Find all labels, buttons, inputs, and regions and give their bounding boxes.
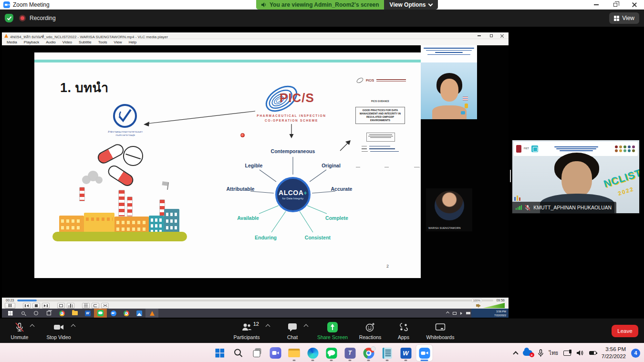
apps-label: Apps (398, 334, 409, 340)
taskbar-time: 3:56 PM (602, 346, 626, 353)
start-icon (4, 309, 17, 318)
chimney (118, 190, 125, 217)
participants-button[interactable]: 12 Participants (228, 322, 266, 340)
apps-button[interactable]: Apps (392, 322, 415, 340)
presentation-slide: 1. บทนำ (34, 52, 421, 278)
encryption-shield-icon[interactable] (5, 14, 13, 22)
reactions-button[interactable]: Reactions (355, 322, 385, 340)
cortana-icon (30, 309, 42, 318)
shuffle-button (101, 303, 109, 309)
close-button[interactable] (625, 0, 644, 10)
seek-progress (17, 300, 37, 301)
whiteboards-button[interactable]: Whiteboards (419, 322, 461, 340)
windows-start-icon (215, 349, 224, 358)
zoom-toolbar: Unmute Stop Video 12 Participants (0, 318, 644, 343)
share-screen-button[interactable]: Share Screen (312, 322, 353, 340)
mic-muted-icon (14, 322, 25, 332)
pics-subtitle: PHARMACEUTICAL INSPECTION CO-OPERATION S… (257, 114, 326, 123)
stop-video-button[interactable]: Stop Video (41, 322, 76, 340)
vlc-maximize-button (490, 32, 493, 39)
alcoa-label-legible: Legible (245, 163, 263, 168)
task-view-button[interactable] (249, 345, 265, 361)
menu-audio: Audio (42, 39, 59, 45)
menu-help: Help (125, 39, 140, 45)
zoom-icon (107, 309, 120, 318)
total-time: 09:56 (496, 299, 505, 302)
speaker-icon[interactable] (576, 350, 584, 356)
speaker-icon (261, 2, 267, 8)
line-icon (94, 309, 107, 318)
chrome-button[interactable] (361, 345, 377, 361)
whiteboard-icon (435, 322, 446, 332)
alcoa-label-enduring: Enduring (255, 235, 277, 240)
edge-button[interactable] (305, 345, 321, 361)
taskbar-clock[interactable]: 3:56 PM 7/22/2022 (602, 346, 626, 360)
vlc-minimize-button (478, 32, 481, 39)
recording-label: Recording (30, 15, 56, 21)
participant-name-label: KMUTT_APHINAN PHUKAOLUAN (512, 202, 616, 213)
vlc-video-area: 1. บทนำ (2, 45, 509, 298)
view-options-button[interactable]: View Options (384, 0, 438, 10)
edge-icon (307, 348, 318, 359)
restore-button[interactable] (606, 0, 625, 10)
start-button[interactable] (212, 345, 228, 361)
alcoa-title: ALCOA (279, 189, 303, 197)
alcoa-center-circle: ALCOA+ for Data Integrity (275, 177, 311, 212)
menu-subtitle: Subtitle (75, 39, 95, 45)
window-title-bar: Zoom Meeting You are viewing Admin_Room2… (0, 0, 644, 10)
alcoa-subtitle: for Data Integrity (282, 197, 303, 200)
participant-video-tile[interactable]: FIET NCLIST 2022 KMUTT_APHINAN PHUKAOLUA… (512, 140, 640, 214)
onedrive-icon[interactable]: × (523, 350, 532, 356)
flag (162, 181, 168, 186)
word-button[interactable]: W (398, 345, 414, 361)
taskbar-center-icons: T W (212, 345, 433, 361)
file-explorer-button[interactable] (286, 345, 302, 361)
volume-slider (483, 303, 505, 308)
pics-logo-text: PIC/S (280, 91, 314, 105)
volume-control: 100% (478, 302, 505, 309)
next-button (42, 303, 50, 309)
seek-bar (17, 300, 494, 301)
avatar (435, 191, 464, 220)
alcoa-label-available: Available (237, 215, 259, 221)
chat-camera-icon (270, 347, 281, 359)
chat-button[interactable]: Chat (279, 322, 306, 340)
participants-options-chevron[interactable] (266, 324, 270, 329)
signal-strength-icon (516, 205, 522, 210)
viewing-banner: You are viewing Admin_Room2's screen (256, 0, 384, 10)
teams-chat-button[interactable] (268, 345, 284, 361)
alcoa-label-attributable: Attributable (227, 186, 255, 192)
microphone-icon[interactable] (538, 349, 544, 357)
recording-icon[interactable] (19, 15, 26, 21)
chimney (127, 197, 133, 217)
zoom-button[interactable] (416, 345, 433, 361)
conference-banner (421, 45, 477, 62)
minimize-button[interactable] (587, 0, 606, 10)
vlc-seek-row: 00:23 09:56 (2, 298, 509, 302)
nclist-background-text: NCLIST (602, 167, 640, 190)
language-indicator[interactable]: ไทย (549, 349, 558, 357)
display-icon[interactable] (563, 351, 571, 356)
view-button[interactable]: View (609, 12, 639, 24)
task-view-icon (253, 349, 261, 357)
book-logo (531, 145, 538, 152)
shared-system-tray (447, 309, 470, 318)
fullscreen-button (57, 303, 65, 309)
zoom-app-icon (3, 1, 10, 8)
search-icon (17, 309, 30, 318)
leave-button[interactable]: Leave (612, 325, 638, 337)
vlc-title-bar: 4N054_หลัก 6เกณฑ์_vdo_NCLIST2022 - WARIS… (2, 32, 509, 39)
battery-icon[interactable] (589, 351, 596, 355)
notification-badge[interactable]: 4 (631, 349, 640, 358)
notes-button[interactable] (379, 345, 395, 361)
document-title-box: GOOD PRACTICES FOR DATA MANAGEMENT AND I… (355, 107, 405, 124)
unmute-button[interactable]: Unmute (5, 322, 34, 340)
line-button[interactable] (323, 345, 340, 361)
teams-button[interactable]: T (342, 345, 358, 361)
fiet-logo: FIET (524, 147, 529, 150)
tray-overflow-chevron[interactable] (513, 351, 518, 356)
search-button[interactable] (230, 345, 247, 361)
view-options-label: View Options (390, 1, 426, 8)
pics-guidance-label: PIC/S GUIDANCE (351, 100, 410, 103)
loop-button (92, 303, 99, 309)
